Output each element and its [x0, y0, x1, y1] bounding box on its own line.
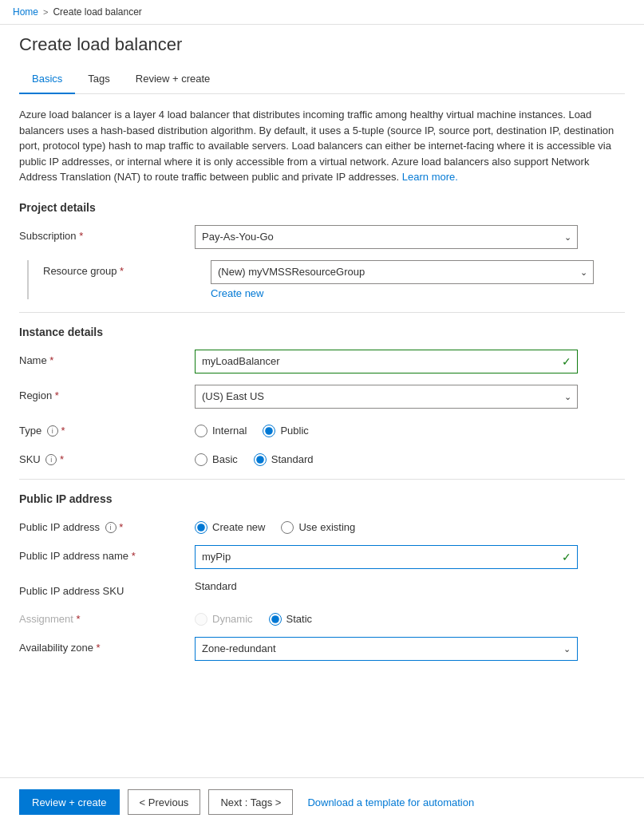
public-ip-use-existing-option[interactable]: Use existing	[281, 521, 355, 534]
subscription-select[interactable]: Pay-As-You-Go	[195, 225, 578, 249]
sku-radio-group: Basic Standard	[195, 449, 625, 466]
public-ip-name-input[interactable]	[195, 545, 578, 569]
sku-standard-option[interactable]: Standard	[254, 453, 314, 466]
availability-zone-label: Availability zone	[19, 637, 195, 654]
type-label: Type i	[19, 420, 195, 437]
tabs-bar: Basics Tags Review + create	[19, 65, 625, 94]
public-ip-title: Public IP address	[19, 492, 625, 505]
sku-basic-option[interactable]: Basic	[195, 453, 238, 466]
name-input[interactable]	[195, 350, 578, 373]
footer: Review + create < Previous Next : Tags >…	[0, 777, 644, 826]
type-internal-option[interactable]: Internal	[195, 425, 247, 437]
breadcrumb-separator: >	[43, 7, 48, 17]
review-create-button[interactable]: Review + create	[19, 789, 120, 815]
resource-group-label: Resource group	[35, 260, 211, 277]
page-title: Create load balancer	[19, 34, 625, 55]
previous-button[interactable]: < Previous	[128, 789, 201, 815]
sku-label: SKU i	[19, 449, 195, 466]
sku-info-icon[interactable]: i	[45, 454, 57, 465]
next-button[interactable]: Next : Tags >	[208, 789, 293, 815]
subscription-label: Subscription	[19, 225, 195, 242]
instance-details-title: Instance details	[19, 326, 625, 338]
region-label: Region	[19, 385, 195, 401]
type-info-icon[interactable]: i	[47, 425, 58, 437]
name-valid-icon: ✓	[562, 355, 571, 368]
resource-group-select[interactable]: (New) myVMSSResourceGroup	[211, 260, 594, 284]
assignment-static-option[interactable]: Static	[269, 613, 313, 626]
public-ip-label: Public IP address i	[19, 516, 195, 534]
assignment-dynamic-option[interactable]: Dynamic	[195, 613, 253, 626]
public-ip-create-new-option[interactable]: Create new	[195, 521, 265, 534]
name-label: Name	[19, 350, 195, 366]
public-ip-sku-label: Public IP address SKU	[19, 580, 195, 597]
create-new-resource-group-link[interactable]: Create new	[211, 287, 263, 299]
public-ip-name-valid-icon: ✓	[562, 551, 571, 563]
assignment-radio-group: Dynamic Static	[195, 608, 625, 626]
download-template-link[interactable]: Download a template for automation	[301, 796, 480, 808]
region-select[interactable]: (US) East US	[195, 385, 578, 409]
breadcrumb-home[interactable]: Home	[13, 6, 38, 18]
description-text: Azure load balancer is a layer 4 load ba…	[19, 107, 625, 185]
availability-zone-select[interactable]: Zone-redundant	[196, 638, 577, 660]
tab-review[interactable]: Review + create	[123, 65, 223, 94]
public-ip-radio-group: Create new Use existing	[195, 516, 625, 534]
type-public-option[interactable]: Public	[263, 425, 308, 437]
public-ip-name-label: Public IP address name	[19, 545, 195, 562]
learn-more-link[interactable]: Learn more.	[402, 171, 458, 183]
breadcrumb-current: Create load balancer	[53, 6, 141, 18]
tab-tags[interactable]: Tags	[75, 65, 122, 94]
public-ip-sku-value: Standard	[195, 575, 237, 592]
assignment-label: Assignment	[19, 608, 195, 625]
type-radio-group: Internal Public	[195, 420, 625, 437]
public-ip-info-icon[interactable]: i	[105, 522, 117, 533]
tab-basics[interactable]: Basics	[19, 65, 75, 94]
project-details-title: Project details	[19, 201, 625, 214]
